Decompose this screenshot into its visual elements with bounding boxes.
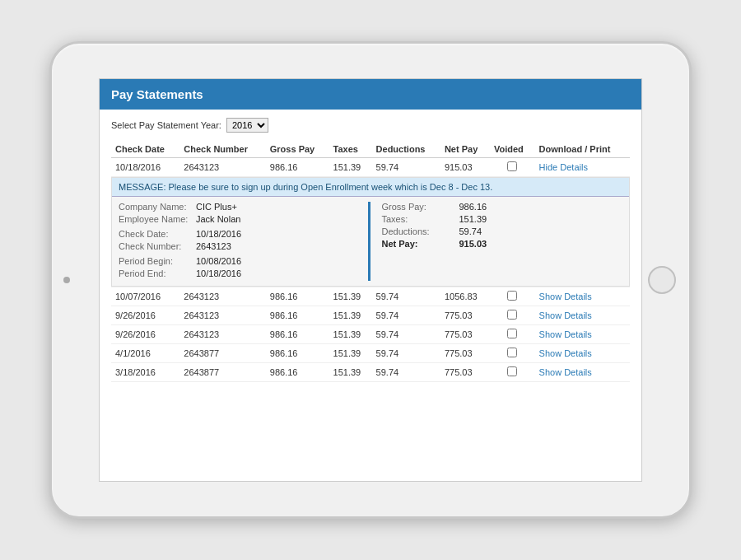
gross-pay-cell: 986.16	[266, 306, 329, 325]
check-date-cell: 10/18/2016	[111, 158, 179, 177]
hide-details-link[interactable]: Hide Details	[539, 162, 588, 172]
check-number-cell: 2643123	[179, 158, 265, 177]
check-number-value: 2643123	[196, 241, 231, 251]
check-number-cell: 2643877	[179, 344, 265, 363]
detail-panel-row: MESSAGE: Please be sure to sign up durin…	[111, 177, 630, 287]
show-details-link[interactable]: Show Details	[539, 348, 592, 358]
employee-name-label: Employee Name:	[119, 214, 193, 224]
taxes-detail-label: Taxes:	[382, 214, 456, 224]
tablet-screen: Pay Statements Select Pay Statement Year…	[99, 78, 642, 482]
taxes-cell: 151.39	[329, 325, 372, 344]
company-name-row: Company Name: CIC Plus+	[119, 202, 360, 212]
company-name-value: CIC Plus+	[196, 202, 237, 212]
col-check-date: Check Date	[111, 141, 179, 158]
voided-checkbox[interactable]	[507, 348, 517, 357]
net-pay-cell: 1056.83	[440, 287, 490, 306]
col-download-print: Download / Print	[535, 141, 630, 158]
voided-checkbox[interactable]	[507, 329, 517, 338]
net-pay-detail-label: Net Pay:	[382, 239, 456, 249]
voided-cell	[490, 158, 535, 177]
deductions-detail-row: Deductions: 59.74	[382, 226, 623, 236]
show-details-link[interactable]: Show Details	[539, 292, 592, 301]
tablet-frame: Pay Statements Select Pay Statement Year…	[49, 41, 692, 519]
period-begin-row: Period Begin: 10/08/2016	[119, 256, 360, 266]
detail-body: Company Name: CIC Plus+ Employee Name: J…	[112, 197, 629, 286]
page-title: Pay Statements	[111, 87, 203, 101]
voided-cell	[490, 325, 535, 344]
year-select[interactable]: 2016	[226, 118, 268, 133]
deductions-cell: 59.74	[372, 287, 440, 306]
voided-cell	[490, 344, 535, 363]
taxes-detail-row: Taxes: 151.39	[382, 214, 623, 224]
year-selector-row: Select Pay Statement Year: 2016	[111, 118, 630, 133]
col-gross-pay: Gross Pay	[266, 141, 329, 158]
deductions-cell: 59.74	[372, 306, 440, 325]
gross-pay-detail-row: Gross Pay: 986.16	[382, 202, 623, 212]
tablet-dot	[63, 277, 70, 283]
taxes-cell: 151.39	[329, 158, 372, 177]
taxes-cell: 151.39	[329, 306, 372, 325]
net-pay-detail-value: 915.03	[459, 239, 487, 249]
table-row: 9/26/2016 2643123 986.16 151.39 59.74 77…	[111, 325, 630, 344]
check-date-cell: 4/1/2016	[111, 344, 179, 363]
pay-statements-table: Check Date Check Number Gross Pay Taxes …	[111, 141, 630, 382]
taxes-cell: 151.39	[329, 363, 372, 382]
taxes-detail-value: 151.39	[459, 214, 487, 224]
voided-cell	[490, 287, 535, 306]
show-details-link[interactable]: Show Details	[539, 367, 592, 377]
page-header: Pay Statements	[100, 79, 641, 110]
check-date-cell: 9/26/2016	[111, 306, 179, 325]
gross-pay-cell: 986.16	[266, 325, 329, 344]
deductions-cell: 59.74	[372, 344, 440, 363]
check-date-cell: 3/18/2016	[111, 363, 179, 382]
content-area: Select Pay Statement Year: 2016 Check Da…	[100, 110, 641, 390]
action-cell: Hide Details	[535, 158, 630, 177]
gross-pay-cell: 986.16	[266, 344, 329, 363]
tablet-home-button[interactable]	[648, 266, 676, 294]
col-taxes: Taxes	[329, 141, 372, 158]
taxes-cell: 151.39	[329, 344, 372, 363]
gross-pay-detail-value: 986.16	[459, 202, 487, 212]
detail-panel-cell: MESSAGE: Please be sure to sign up durin…	[111, 177, 630, 287]
table-row: 3/18/2016 2643877 986.16 151.39 59.74 77…	[111, 363, 630, 382]
check-date-label: Check Date:	[119, 229, 193, 239]
employee-name-value: Jack Nolan	[196, 214, 240, 224]
check-number-cell: 2643877	[179, 363, 265, 382]
action-cell: Show Details	[535, 306, 630, 325]
gross-pay-detail-label: Gross Pay:	[382, 202, 456, 212]
voided-checkbox[interactable]	[507, 161, 517, 171]
col-net-pay: Net Pay	[440, 141, 490, 158]
table-row: 9/26/2016 2643123 986.16 151.39 59.74 77…	[111, 306, 630, 325]
check-number-cell: 2643123	[179, 325, 265, 344]
net-pay-cell: 775.03	[440, 363, 490, 382]
detail-message: MESSAGE: Please be sure to sign up durin…	[112, 178, 629, 197]
net-pay-cell: 775.03	[440, 325, 490, 344]
action-cell: Show Details	[535, 344, 630, 363]
net-pay-cell: 775.03	[440, 344, 490, 363]
show-details-link[interactable]: Show Details	[539, 329, 592, 339]
action-cell: Show Details	[535, 287, 630, 306]
voided-checkbox[interactable]	[507, 310, 517, 320]
action-cell: Show Details	[535, 325, 630, 344]
taxes-cell: 151.39	[329, 287, 372, 306]
table-row: 4/1/2016 2643877 986.16 151.39 59.74 775…	[111, 344, 630, 363]
check-number-label: Check Number:	[119, 241, 193, 251]
deductions-detail-label: Deductions:	[382, 226, 456, 236]
period-end-row: Period End: 10/18/2016	[119, 268, 360, 278]
employee-name-row: Employee Name: Jack Nolan	[119, 214, 360, 224]
show-details-link[interactable]: Show Details	[539, 310, 592, 320]
period-begin-value: 10/08/2016	[196, 256, 241, 266]
check-number-cell: 2643123	[179, 306, 265, 325]
deductions-cell: 59.74	[372, 363, 440, 382]
action-cell: Show Details	[535, 363, 630, 382]
voided-checkbox[interactable]	[507, 366, 517, 376]
deductions-detail-value: 59.74	[459, 226, 482, 236]
net-pay-cell: 915.03	[440, 158, 490, 177]
check-date-cell: 9/26/2016	[111, 325, 179, 344]
period-end-label: Period End:	[119, 268, 193, 278]
company-name-label: Company Name:	[119, 202, 193, 212]
col-deductions: Deductions	[372, 141, 440, 158]
voided-checkbox[interactable]	[507, 291, 517, 301]
deductions-cell: 59.74	[372, 158, 440, 177]
check-date-row: Check Date: 10/18/2016	[119, 229, 360, 239]
